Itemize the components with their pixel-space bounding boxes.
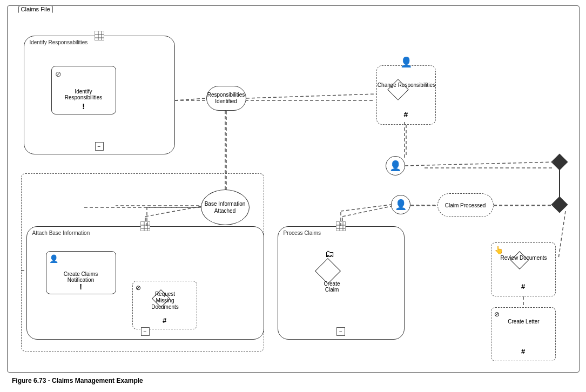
- circle-icon-top-right: 👤: [386, 156, 405, 175]
- gateway-change-responsibilities: 👤 Change Responsibilities #: [376, 65, 436, 125]
- subprocess-identify-expand[interactable]: −: [95, 142, 104, 151]
- task-create-claims-exclamation: !: [79, 282, 82, 291]
- gateway-create-claim: [319, 262, 337, 280]
- subprocess-attach-grid-icon: [140, 221, 150, 232]
- person-icon-change: 👤: [400, 56, 412, 68]
- svg-line-30: [405, 162, 554, 166]
- svg-line-37: [341, 205, 391, 211]
- task-identify-responsibilities: ⊘ IdentifyResponsibilities !: [51, 66, 116, 114]
- subprocess-attach-expand[interactable]: −: [141, 327, 150, 336]
- request-missing-label: RequestMissingDocuments: [133, 291, 198, 310]
- subprocess-identify-grid-icon: [95, 31, 104, 42]
- task-create-claims-person-icon: 👤: [49, 254, 58, 263]
- change-resp-hash: #: [404, 110, 408, 119]
- diagram-outer: Claims File: [7, 5, 580, 373]
- subprocess-process-expand[interactable]: −: [336, 327, 345, 336]
- task-marker-icon: ⊘: [55, 70, 62, 78]
- task-create-claims: 👤 Create ClaimsNotification !: [46, 251, 116, 294]
- subprocess-process-label: Process Claims: [284, 230, 321, 236]
- create-letter-label: Create Letter: [491, 319, 556, 325]
- subprocess-identify: Identify Responsabilities ⊘ IdentifyResp…: [24, 36, 175, 154]
- box-review-documents: 👆 Review Documents #: [491, 242, 556, 296]
- subprocess-identify-label: Identify Responsabilities: [30, 39, 88, 45]
- gateway-resp-id-label: Responsibilities Identified: [207, 92, 246, 105]
- task-identify-label: IdentifyResponsibilities: [65, 89, 102, 100]
- subprocess-process-grid-icon: [336, 221, 346, 232]
- box-request-missing: ⊘ RequestMissingDocuments #: [132, 281, 197, 329]
- subprocess-attach-label: Attach Base Information: [32, 230, 90, 236]
- create-claim-label: CreateClaim: [300, 281, 365, 293]
- box-create-letter: ⊘ Create Letter #: [491, 307, 556, 361]
- claim-processed-label: Claim Processed: [445, 202, 486, 208]
- review-docs-label: Review Documents: [491, 255, 556, 261]
- task-identify-exclamation: !: [82, 102, 85, 111]
- gateway-claim-processed: Claim Processed: [437, 193, 494, 217]
- review-docs-hand-icon: 👆: [494, 246, 503, 254]
- review-docs-hash: #: [521, 282, 525, 290]
- subprocess-attach: Attach Base Information 👤 Create ClaimsN…: [26, 226, 264, 340]
- circle-icon-middle: 👤: [391, 195, 410, 214]
- svg-line-41: [558, 211, 565, 259]
- request-missing-hash: #: [163, 316, 166, 325]
- person-circle-icon-middle: 👤: [395, 199, 407, 211]
- svg-line-28: [246, 94, 376, 98]
- end-diamond-top: [551, 153, 568, 170]
- page-container: Claims File: [0, 0, 586, 392]
- create-letter-marker: ⊘: [494, 310, 500, 318]
- svg-line-27: [175, 98, 206, 100]
- end-diamond-right: [551, 196, 568, 213]
- task-create-claims-label: Create ClaimsNotification: [64, 271, 98, 283]
- create-claim-folder-icon: 🗂: [325, 248, 335, 260]
- request-missing-marker: ⊘: [136, 284, 141, 292]
- change-resp-label: Change Responsibilities: [377, 82, 436, 88]
- create-letter-hash: #: [521, 347, 525, 355]
- figure-caption: Figure 6.73 - Claims Management Example: [5, 373, 581, 389]
- diagram-title: Claims File: [18, 5, 53, 13]
- svg-line-14: [342, 206, 394, 217]
- person-circle-icon-top: 👤: [389, 160, 401, 172]
- subprocess-process: Process Claims 🗂 CreateClaim −: [278, 226, 405, 340]
- gateway-responsibilities-identified: Responsibilities Identified: [206, 86, 246, 111]
